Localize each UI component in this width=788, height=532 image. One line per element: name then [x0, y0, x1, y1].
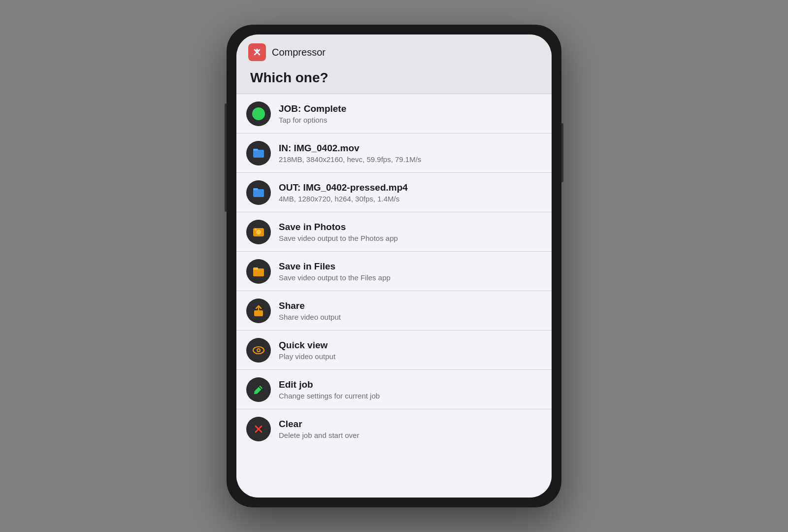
svg-rect-1: [253, 149, 258, 151]
app-icon: [248, 43, 266, 61]
list-item[interactable]: OUT: IMG_0402-pressed.mp4 4MB, 1280x720,…: [236, 173, 552, 212]
output-file-icon: [246, 180, 271, 205]
share-icon: [246, 299, 271, 323]
item-subtitle: Save video output to the Photos app: [279, 234, 542, 242]
page-title: Which one?: [248, 65, 540, 89]
screen: Compressor Which one? JOB: Complete Tap …: [236, 34, 552, 498]
quick-view-icon: [246, 338, 271, 363]
list-item[interactable]: Save in Files Save video output to the F…: [236, 252, 552, 291]
item-subtitle: Change settings for current job: [279, 392, 542, 400]
phone-frame: Compressor Which one? JOB: Complete Tap …: [227, 25, 561, 507]
item-title: Edit job: [279, 379, 542, 390]
svg-rect-0: [253, 150, 264, 158]
save-files-icon: [246, 259, 271, 284]
job-complete-icon: [246, 101, 271, 126]
menu-list: JOB: Complete Tap for options IN: IMG_04…: [236, 94, 552, 498]
svg-rect-2: [253, 189, 264, 197]
item-subtitle: Tap for options: [279, 116, 542, 124]
list-item[interactable]: Save in Photos Save video output to the …: [236, 212, 552, 252]
item-title: OUT: IMG_0402-pressed.mp4: [279, 182, 542, 193]
svg-point-13: [258, 349, 260, 351]
item-title: JOB: Complete: [279, 103, 542, 114]
share-text: Share Share video output: [279, 300, 542, 321]
edit-job-icon: [246, 377, 271, 402]
list-item[interactable]: Clear Delete job and start over: [236, 409, 552, 449]
item-title: Save in Files: [279, 261, 542, 272]
item-title: Save in Photos: [279, 222, 542, 233]
list-item[interactable]: JOB: Complete Tap for options: [236, 94, 552, 133]
app-header: Compressor: [248, 43, 540, 61]
quick-view-text: Quick view Play video output: [279, 340, 542, 361]
item-title: IN: IMG_0402.mov: [279, 143, 542, 154]
clear-text: Clear Delete job and start over: [279, 419, 542, 439]
app-name: Compressor: [272, 47, 326, 58]
list-item[interactable]: IN: IMG_0402.mov 218MB, 3840x2160, hevc,…: [236, 133, 552, 173]
top-bar: Compressor Which one?: [236, 34, 552, 94]
item-subtitle: Save video output to the Files app: [279, 273, 542, 282]
svg-point-5: [256, 230, 261, 234]
output-file-text: OUT: IMG_0402-pressed.mp4 4MB, 1280x720,…: [279, 182, 542, 203]
list-item[interactable]: Edit job Change settings for current job: [236, 370, 552, 409]
svg-rect-3: [253, 188, 258, 190]
item-subtitle: Play video output: [279, 352, 542, 361]
save-photos-text: Save in Photos Save video output to the …: [279, 222, 542, 242]
clear-icon: [246, 417, 271, 441]
edit-job-text: Edit job Change settings for current job: [279, 379, 542, 400]
item-subtitle: 4MB, 1280x720, h264, 30fps, 1.4M/s: [279, 195, 542, 203]
item-title: Share: [279, 300, 542, 311]
svg-rect-8: [253, 267, 258, 270]
job-complete-text: JOB: Complete Tap for options: [279, 103, 542, 124]
input-file-icon: [246, 141, 271, 166]
save-photos-icon: [246, 220, 271, 244]
item-subtitle: Share video output: [279, 313, 542, 321]
list-item[interactable]: Quick view Play video output: [236, 331, 552, 370]
item-title: Quick view: [279, 340, 542, 351]
svg-point-6: [255, 229, 257, 231]
input-file-text: IN: IMG_0402.mov 218MB, 3840x2160, hevc,…: [279, 143, 542, 164]
save-files-text: Save in Files Save video output to the F…: [279, 261, 542, 282]
item-title: Clear: [279, 419, 542, 430]
item-subtitle: Delete job and start over: [279, 431, 542, 439]
list-item[interactable]: Share Share video output: [236, 291, 552, 331]
item-subtitle: 218MB, 3840x2160, hevc, 59.9fps, 79.1M/s: [279, 155, 542, 164]
